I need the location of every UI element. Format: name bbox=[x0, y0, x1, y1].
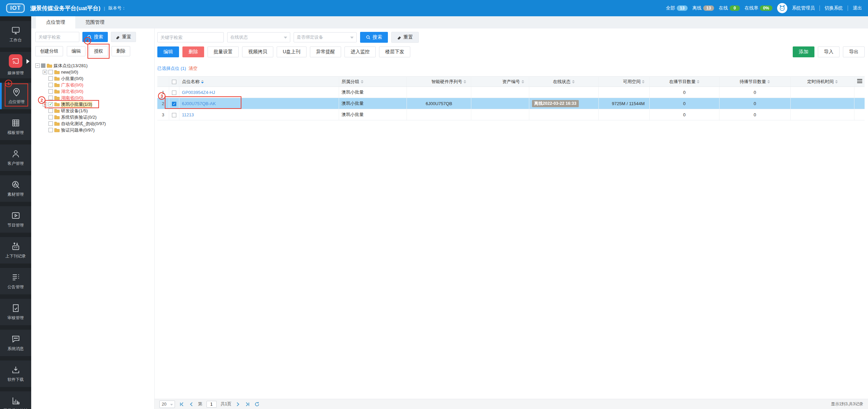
col-point-name[interactable]: 点位名称 bbox=[182, 79, 200, 85]
first-page-icon[interactable] bbox=[179, 402, 184, 407]
tree-node-label[interactable]: 湖南省(0/0) bbox=[61, 95, 83, 101]
tree-node-new[interactable]: + new(0/0) bbox=[35, 69, 151, 75]
create-group-button[interactable]: 创建分组 bbox=[35, 46, 63, 56]
table-row-selected[interactable]: 2 6J00U757QB-AK 澳凯小批量 6J00U757QB 离线2022-… bbox=[157, 98, 865, 109]
col-asset[interactable]: 资产编号 bbox=[502, 79, 520, 85]
tree-checkbox-indeterminate[interactable] bbox=[41, 63, 45, 68]
import-button[interactable]: 导入 bbox=[818, 46, 840, 57]
table-row[interactable]: 3 11213 澳凯小批量 0 0 bbox=[157, 109, 865, 120]
sidebar-item-messages[interactable]: 系统消息 bbox=[0, 330, 31, 356]
tree-checkbox[interactable] bbox=[48, 76, 53, 81]
group-search-input[interactable] bbox=[35, 32, 79, 42]
enter-monitor-button[interactable]: 进入监控 bbox=[344, 46, 376, 57]
keyword-search-input[interactable] bbox=[157, 32, 224, 42]
edit-button[interactable]: 编辑 bbox=[157, 46, 179, 57]
tree-node-aokai-small-batch[interactable]: + 澳凯小批量(1/3) 2 bbox=[35, 101, 151, 108]
batch-setting-button[interactable]: 批量设置 bbox=[208, 46, 239, 57]
tree-checkbox[interactable] bbox=[48, 89, 53, 94]
column-menu-icon[interactable] bbox=[857, 78, 862, 84]
video-copy-button[interactable]: 视频拷贝 bbox=[242, 46, 273, 57]
tree-checkbox[interactable] bbox=[48, 109, 53, 113]
group-reset-button[interactable]: 重置 bbox=[111, 32, 136, 42]
edit-group-button[interactable]: 编辑 bbox=[67, 46, 85, 56]
col-online-status[interactable]: 在线状态 bbox=[553, 79, 571, 85]
online-status-select[interactable]: 在线状态 bbox=[227, 32, 290, 42]
abnormal-alert-button[interactable]: 异常提醒 bbox=[310, 46, 341, 57]
col-playing-count[interactable]: 在播节目数量 bbox=[669, 79, 695, 85]
sidebar-item-audit[interactable]: 审核管理 bbox=[0, 299, 31, 325]
tree-checkbox[interactable] bbox=[48, 121, 53, 126]
search-button[interactable]: 搜索 bbox=[360, 32, 388, 43]
last-page-icon[interactable] bbox=[245, 402, 250, 407]
sidebar-item-material[interactable]: 素材管理 bbox=[0, 175, 31, 202]
tree-checkbox[interactable] bbox=[48, 128, 53, 132]
tree-node-guangdong[interactable]: 广东省(0/0) bbox=[35, 82, 151, 88]
point-name-link[interactable]: 11213 bbox=[182, 112, 194, 117]
tree-node-label[interactable]: 系统切换验证(0/2) bbox=[61, 114, 97, 120]
clear-selection-link[interactable]: 清空 bbox=[189, 65, 198, 72]
tree-node-label[interactable]: 广东省(0/0) bbox=[61, 82, 83, 88]
tree-node-label-selected[interactable]: 澳凯小批量(1/3) bbox=[61, 101, 92, 108]
page-number-input[interactable] bbox=[206, 401, 217, 408]
point-name-link[interactable]: 6J00U757QB-AK bbox=[182, 101, 216, 106]
tree-node-label[interactable]: 验证问题单(0/97) bbox=[61, 127, 95, 133]
row-checkbox[interactable] bbox=[172, 91, 176, 95]
switch-system-link[interactable]: 切换系统 bbox=[825, 5, 843, 11]
table-row[interactable]: 1 GP003954Z4-HJ 澳凯小批量 0 0 bbox=[157, 87, 865, 98]
tree-node-label[interactable]: 自动化测试_勿动(0/97) bbox=[61, 121, 106, 127]
tab-point-management[interactable]: 点位管理 bbox=[36, 16, 75, 28]
sidebar-item-program[interactable]: 节目管理 bbox=[0, 206, 31, 233]
sidebar-item-workbench[interactable]: 工作台 bbox=[0, 21, 31, 47]
col-serial[interactable]: 智能硬件序列号 bbox=[431, 79, 462, 85]
tree-node-label[interactable]: 研发设备(1/5) bbox=[61, 108, 88, 114]
tree-node-hubei[interactable]: 湖北省(0/0) bbox=[35, 88, 151, 95]
sidebar-item-publish-record[interactable]: 上下刊记录 bbox=[0, 237, 31, 264]
tree-node-system-switch[interactable]: 系统切换验证(0/2) bbox=[35, 114, 151, 120]
sidebar-expand-arrow-icon[interactable] bbox=[26, 59, 29, 64]
tree-checkbox[interactable] bbox=[48, 96, 53, 100]
prev-page-icon[interactable] bbox=[189, 402, 194, 407]
page-size-select[interactable]: 20 bbox=[159, 401, 175, 408]
tree-node-label[interactable]: 湖北省(0/0) bbox=[61, 89, 83, 95]
row-checkbox[interactable] bbox=[172, 113, 176, 117]
sidebar-item-play-stats[interactable]: 节目播放统计 bbox=[0, 391, 31, 409]
sidebar-item-points[interactable]: 点位管理 bbox=[0, 83, 31, 109]
add-button[interactable]: 添加 bbox=[793, 46, 814, 57]
tree-node-label[interactable]: 媒体点位(13/281) bbox=[54, 63, 87, 69]
delete-button[interactable]: 删除 bbox=[182, 46, 204, 57]
row-checkbox-checked[interactable] bbox=[172, 102, 176, 106]
next-page-icon[interactable] bbox=[235, 402, 241, 407]
tree-node-small-batch[interactable]: 小批量(0/0) bbox=[35, 75, 151, 82]
logout-link[interactable]: 退出 bbox=[853, 5, 862, 11]
expand-plus-icon[interactable]: + bbox=[43, 70, 47, 74]
point-name-link[interactable]: GP003954Z4-HJ bbox=[182, 90, 215, 95]
tree-checkbox[interactable] bbox=[48, 83, 53, 87]
tree-checkbox-checked[interactable] bbox=[48, 102, 53, 106]
col-standby-time[interactable]: 定时待机时间 bbox=[807, 79, 834, 85]
bind-device-select[interactable]: 是否绑定设备 bbox=[294, 32, 357, 42]
tree-node-root[interactable]: − 媒体点位(13/281) bbox=[35, 62, 151, 69]
col-pending-count[interactable]: 待播节目数量 bbox=[739, 79, 766, 85]
col-group[interactable]: 所属分组 bbox=[342, 79, 359, 85]
sidebar-item-template[interactable]: 模板管理 bbox=[0, 114, 31, 140]
tree-node-label[interactable]: 小批量(0/0) bbox=[61, 76, 83, 82]
export-button[interactable]: 导出 bbox=[843, 46, 865, 57]
tree-node-hunan[interactable]: 湖南省(0/0) bbox=[35, 95, 151, 101]
sidebar-item-download[interactable]: 软件下载 bbox=[0, 361, 31, 387]
tree-node-rd-devices[interactable]: 研发设备(1/5) bbox=[35, 108, 151, 114]
sidebar-item-customer[interactable]: 客户管理 bbox=[0, 144, 31, 171]
username[interactable]: 系统管理员 bbox=[792, 5, 815, 11]
sidebar-item-media[interactable]: 媒体管理 bbox=[0, 52, 31, 78]
authorize-button[interactable]: 授权 bbox=[89, 46, 108, 56]
user-avatar[interactable] bbox=[777, 3, 787, 13]
col-space[interactable]: 可用空间 bbox=[623, 79, 640, 85]
collapse-minus-icon[interactable]: − bbox=[35, 63, 40, 68]
select-all-checkbox[interactable] bbox=[172, 80, 176, 84]
reset-button[interactable]: 重置 bbox=[391, 32, 419, 43]
tree-node-label[interactable]: new(0/0) bbox=[61, 70, 78, 75]
floor-send-button[interactable]: 楼层下发 bbox=[379, 46, 410, 57]
tree-node-automation[interactable]: 自动化测试_勿动(0/97) bbox=[35, 120, 151, 127]
sidebar-item-announcement[interactable]: 公告管理 bbox=[0, 268, 31, 294]
refresh-icon[interactable] bbox=[254, 402, 260, 407]
tab-range-management[interactable]: 范围管理 bbox=[75, 16, 115, 28]
